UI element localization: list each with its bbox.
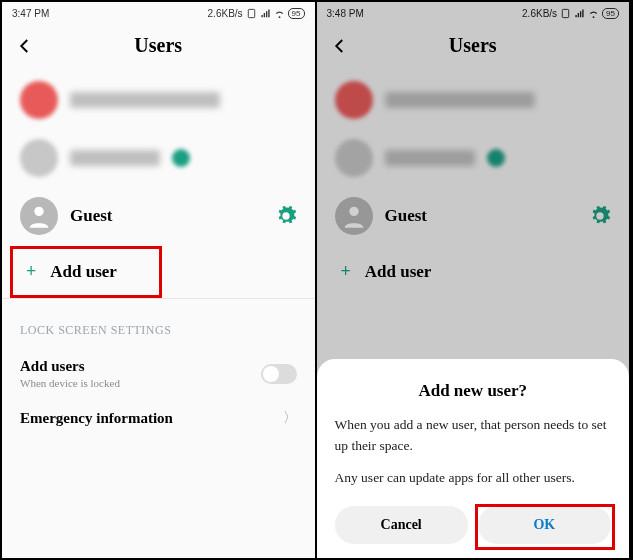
- back-icon[interactable]: [331, 37, 349, 55]
- dialog-buttons: Cancel OK: [335, 506, 612, 544]
- add-user-label: Add user: [365, 262, 432, 282]
- header: Users: [2, 24, 315, 71]
- setting-subtitle: When device is locked: [20, 377, 251, 389]
- user-row-guest: Guest: [317, 187, 630, 245]
- user-name-blurred: [70, 92, 220, 108]
- section-label: LOCK SCREEN SETTINGS: [2, 319, 315, 348]
- toggle-off[interactable]: [261, 364, 297, 384]
- guest-avatar-icon: [335, 197, 373, 235]
- user-row-1: [317, 71, 630, 129]
- user-name-blurred: [385, 150, 475, 166]
- page-title: Users: [349, 34, 616, 57]
- dialog-body: When you add a new user, that person nee…: [335, 415, 612, 488]
- back-icon[interactable]: [16, 37, 34, 55]
- status-right: 2.6KB/s 95: [522, 8, 619, 19]
- page-title: Users: [34, 34, 301, 57]
- avatar: [20, 81, 58, 119]
- svg-rect-0: [248, 9, 254, 17]
- setting-title: Emergency information: [20, 410, 273, 427]
- gear-icon[interactable]: [275, 205, 297, 227]
- status-time: 3:48 PM: [327, 8, 364, 19]
- status-bar: 3:48 PM 2.6KB/s 95: [317, 2, 630, 24]
- badge-icon: [487, 149, 505, 167]
- battery-icon: 95: [602, 8, 619, 19]
- setting-emergency-info[interactable]: Emergency information 〉: [2, 399, 315, 437]
- guest-avatar-icon: [20, 197, 58, 235]
- wifi-icon: [588, 8, 599, 19]
- user-name-blurred: [385, 92, 535, 108]
- guest-label: Guest: [70, 206, 263, 226]
- user-row-1[interactable]: [2, 71, 315, 129]
- status-right: 2.6KB/s 95: [208, 8, 305, 19]
- svg-point-1: [34, 207, 43, 216]
- svg-rect-2: [562, 9, 568, 17]
- chevron-right-icon: 〉: [283, 409, 297, 427]
- signal-icon: [260, 8, 271, 19]
- screen-right: 3:48 PM 2.6KB/s 95 Users: [317, 2, 632, 558]
- gear-icon: [589, 205, 611, 227]
- add-user-button: + Add user: [317, 245, 630, 298]
- avatar: [335, 139, 373, 177]
- battery-icon: 95: [288, 8, 305, 19]
- user-row-2[interactable]: [2, 129, 315, 187]
- header: Users: [317, 24, 630, 71]
- cancel-button[interactable]: Cancel: [335, 506, 468, 544]
- screen-left: 3:47 PM 2.6KB/s 95 Users: [2, 2, 317, 558]
- add-user-label: Add user: [50, 262, 117, 282]
- guest-label: Guest: [385, 206, 578, 226]
- sim-icon: [246, 8, 257, 19]
- status-time: 3:47 PM: [12, 8, 49, 19]
- badge-icon: [172, 149, 190, 167]
- setting-add-users-locked[interactable]: Add users When device is locked: [2, 348, 315, 399]
- add-user-button[interactable]: + Add user: [2, 245, 315, 299]
- wifi-icon: [274, 8, 285, 19]
- setting-title: Add users: [20, 358, 251, 375]
- user-row-2: [317, 129, 630, 187]
- svg-point-3: [349, 207, 358, 216]
- ok-button[interactable]: OK: [478, 506, 611, 544]
- user-row-guest[interactable]: Guest: [2, 187, 315, 245]
- status-bar: 3:47 PM 2.6KB/s 95: [2, 2, 315, 24]
- dialog-title: Add new user?: [335, 381, 612, 401]
- sim-icon: [560, 8, 571, 19]
- plus-icon: +: [26, 261, 36, 282]
- signal-icon: [574, 8, 585, 19]
- dialog-add-new-user: Add new user? When you add a new user, t…: [317, 359, 630, 558]
- user-name-blurred: [70, 150, 160, 166]
- plus-icon: +: [341, 261, 351, 282]
- avatar: [335, 81, 373, 119]
- avatar: [20, 139, 58, 177]
